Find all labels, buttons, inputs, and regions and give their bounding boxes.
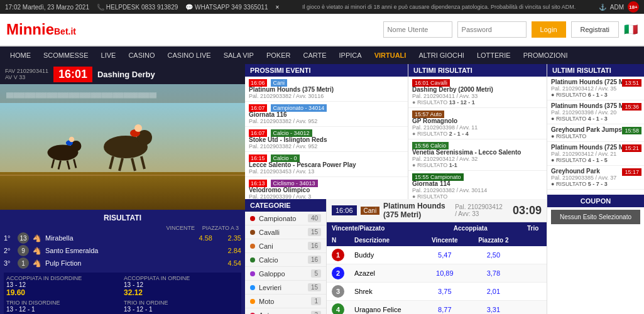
top-bar-left: 17:02 Martedì, 23 Marzo 2021 📞 HELPDESK … [5,4,279,11]
event-item[interactable]: 16:15 Calcio - 0 Lecce Salento - Pescara… [245,152,408,177]
category-item[interactable]: Moto 1 [245,295,326,308]
nav-casino-live[interactable]: CASINO LIVE [161,46,217,64]
svg-rect-1 [0,172,245,210]
helpdesk-icon: 📞 [97,4,104,11]
nav-ippica[interactable]: IPPICA [333,46,368,64]
whatsapp-link[interactable]: 💬 WHATSAPP 349 3365011 [185,4,268,11]
piazzato-cell[interactable]: 2,50 [467,246,519,264]
category-item[interactable]: Cani 16 [245,239,326,253]
prossimi-header: PROSSIMI EVENTI [245,64,408,77]
cat-dot [250,216,255,221]
age-badge: 18+ [628,1,639,13]
nav-promozioni[interactable]: PROMOZIONI [517,46,574,64]
anchor-icon: ⚓ [599,4,606,11]
col-vincente-header: VINCENTE [151,225,195,231]
cat-count: 1 [311,297,321,305]
coupon-title: COUPON [547,195,644,207]
race-detail-pal: Pal. 2102903412 / Avv: 33 [455,203,504,217]
nav-casino[interactable]: CASINO [122,46,161,64]
cat-count: 15 [308,228,321,236]
top-bar-right: ⚓ ADM 18+ [599,1,639,13]
coupon-no-selection: Nessun Esito Selezionato [551,210,640,224]
piazzato-cell[interactable]: 2,01 [467,283,519,301]
nav-live[interactable]: LIVE [95,46,123,64]
cat-count: 3 [311,311,321,314]
piazzato-cell[interactable]: 3,78 [467,264,519,283]
cat-count: 16 [308,256,321,264]
right-header: ULTIMI RISULTATI [547,64,644,77]
cat-dot [250,257,255,263]
category-item[interactable]: Calcio 16 [245,253,326,267]
nav-altri-giochi[interactable]: ALTRI GIOCHI [412,46,471,64]
results-rows: 1° 13 🐴 Mirabella 4.58 2.35 2° 9 🐴 Santo… [4,232,241,269]
header-right: Login Registrati 🇮🇹 [383,21,638,38]
result-row: 3° 1 🐴 Pulp Fiction 4.54 [4,257,241,269]
event-item[interactable]: 16:07 Calcio - 34012 Stoke Utd - Islingt… [245,127,408,152]
cat-dot [250,244,255,249]
race-detail-panel: 16:06 Cani Platinum Hounds (375 Metri) P… [327,199,547,314]
race-name: Dashing Derby [97,70,155,79]
horse-name-cell: Shrek [349,283,422,301]
results-panel: RISULTATI VINCENTE PIAZZATO A 3 1° 13 🐴 … [0,210,245,314]
right-list: Platinum Hounds (725 Metri) Pal. 2102903… [547,77,644,190]
piazzato-cell[interactable]: 3,31 [467,301,519,315]
whatsapp-icon: 💬 [185,4,193,11]
datetime: 17:02 Martedì, 23 Marzo 2021 [5,4,89,11]
race-avv-label: AV V 33 [5,74,48,80]
close-icon[interactable]: × [275,4,279,11]
password-input[interactable] [457,21,527,38]
event-item[interactable]: 16:13 Ciclismo - 34013 Velodromo Olimpic… [245,177,408,199]
right-panel: ULTIMI RISULTATI Platinum Hounds (725 Me… [547,64,644,314]
nav-scommesse[interactable]: SCOMMESSE [37,46,95,64]
ultimi-center-header: ULTIMI RISULTATI [408,64,547,77]
horse-num-badge: 2 [332,267,344,279]
bet-row: 3 Shrek 3,75 2,01 [327,283,547,301]
col-n: N [327,234,349,246]
vincente-cell[interactable]: 3,75 [422,283,467,301]
category-item[interactable]: Galoppo 5 [245,267,326,281]
category-item[interactable]: Cavalli 15 [245,225,326,239]
race-detail-name: Platinum Hounds (375 Metri) [383,202,451,219]
horse-num-badge: 3 [332,285,344,298]
col-desc: Descrizione [349,234,422,246]
nav-home[interactable]: HOME [4,46,37,64]
nav-virtuali[interactable]: VIRTUALI [368,46,413,64]
video-placeholder: ▓▓▓▓▓▓▓▓▓▓▓▓▓▓▓▓▓▓▓▓▓▓▓▓▓▓▓▓▓▓▓▓▓▓▓▓▓▓▓▓… [0,84,245,210]
login-button[interactable]: Login [532,21,566,38]
cat-name: Galoppo [259,270,311,278]
ultimi-center-item: 16:01 Cavalli Dashing Derby (2000 Metri)… [408,77,547,108]
coupon-section: COUPON Nessun Esito Selezionato [547,192,644,227]
nav-poker[interactable]: POKER [260,46,297,64]
vincente-cell[interactable]: 10,89 [422,264,467,283]
ultimi-center-item: 15:56 Calcio Venetia Serenissima - Lecco… [408,139,547,171]
time-badge: 15:36 [622,103,641,111]
accoppiata-ord-block: ACCOPPIATA IN ORDINE 13 - 12 32.12 [124,275,239,297]
vincente-cell[interactable]: 5,47 [422,246,467,264]
nav-carte[interactable]: CARTE [297,46,332,64]
top-bar: 17:02 Martedì, 23 Marzo 2021 📞 HELPDESK … [0,0,644,14]
cat-count: 40 [308,214,321,222]
register-button[interactable]: Registrati [571,21,619,38]
col-piazzato-header: PIAZZATO A 3 [195,225,239,231]
nav-sala-vip[interactable]: SALA VIP [217,46,260,64]
category-item[interactable]: Levrieri 15 [245,281,326,295]
results-sub: ACCOPPIATA IN DISORDINE 13 - 12 19.60 AC… [4,273,241,314]
nav-lotterie[interactable]: LOTTERIE [471,46,517,64]
event-item[interactable]: 16:06 Cani Platinum Hounds (375 Metri) P… [245,77,408,102]
event-item[interactable]: 16:07 Campionato - 34014 Giornata 116 Pa… [245,102,408,127]
prossimi-eventi: PROSSIMI EVENTI 16:06 Cani Platinum Houn… [245,64,408,199]
username-input[interactable] [383,21,452,38]
cat-list: Campionato 40 Cavalli 15 Cani 16 Calcio … [245,212,326,314]
race-time: 16:01 [53,67,92,82]
helpdesk-link[interactable]: 📞 HELPDESK 0833 913829 [97,4,178,11]
time-badge: 15:58 [622,127,641,134]
category-item[interactable]: Auto 3 [245,308,326,314]
vincente-cell[interactable]: 8,77 [422,301,467,315]
cat-name: Moto [259,298,311,305]
main-content: FAV 2102903411 AV V 33 16:01 Dashing Der… [0,64,644,314]
col-trio-header: Trio [519,222,547,234]
category-item[interactable]: Campionato 40 [245,212,326,225]
cat-name: Auto [259,311,311,315]
time-badge: 13:51 [622,79,641,87]
ultimi-center: ULTIMI RISULTATI 16:01 Cavalli Dashing D… [408,64,547,199]
